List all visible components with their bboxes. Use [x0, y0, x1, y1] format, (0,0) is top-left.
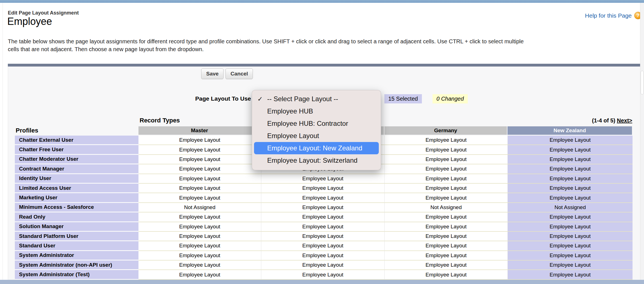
- table-row: System AdministratorEmployee LayoutEmplo…: [15, 251, 633, 261]
- layout-assignment-cell[interactable]: Employee Layout: [138, 193, 261, 203]
- record-type-column-header[interactable]: Master: [138, 126, 261, 135]
- layout-assignment-cell[interactable]: Employee Layout: [507, 193, 633, 203]
- layout-assignment-cell[interactable]: Employee Layout: [384, 222, 507, 232]
- layout-assignment-cell[interactable]: Employee Layout: [261, 261, 384, 270]
- layout-assignment-cell[interactable]: Employee Layout: [384, 232, 507, 241]
- layout-assignment-cell[interactable]: Employee Layout: [261, 241, 384, 251]
- layout-assignment-cell[interactable]: Employee Layout: [507, 232, 633, 241]
- dropdown-option-label: Employee HUB: Contractor: [267, 120, 348, 127]
- table-row: Identity UserEmployee LayoutEmployee Lay…: [15, 174, 633, 184]
- layout-assignment-cell[interactable]: Employee Layout: [138, 155, 261, 164]
- layout-assignment-cell[interactable]: Employee Layout: [138, 184, 261, 193]
- layout-assignment-cell[interactable]: Employee Layout: [507, 270, 633, 280]
- layout-assignment-cell[interactable]: Employee Layout: [261, 222, 384, 232]
- profile-cell[interactable]: System Administrator: [15, 251, 138, 261]
- selected-count-badge: 15 Selected: [384, 94, 422, 103]
- profile-cell[interactable]: Marketing User: [15, 193, 138, 203]
- description-line-2: cells that are not adjacent. Then choose…: [8, 46, 204, 53]
- layout-assignment-cell[interactable]: Employee Layout: [138, 212, 261, 222]
- layout-assignment-cell[interactable]: Employee Layout: [507, 261, 633, 270]
- layout-assignment-cell[interactable]: Employee Layout: [138, 145, 261, 155]
- dropdown-option[interactable]: ✓-- Select Page Layout --: [252, 93, 381, 105]
- profile-cell[interactable]: Contract Manager: [15, 164, 138, 174]
- layout-assignment-cell[interactable]: Employee Layout: [507, 184, 633, 193]
- layout-assignment-cell[interactable]: Employee Layout: [384, 174, 507, 184]
- layout-assignment-cell[interactable]: Employee Layout: [384, 212, 507, 222]
- layout-assignment-cell[interactable]: Employee Layout: [384, 241, 507, 251]
- profile-cell[interactable]: Standard Platform User: [15, 232, 138, 241]
- layout-assignment-cell[interactable]: Employee Layout: [384, 270, 507, 280]
- layout-assignment-cell[interactable]: Employee Layout: [138, 241, 261, 251]
- layout-assignment-cell[interactable]: Employee Layout: [384, 184, 507, 193]
- layout-assignment-cell[interactable]: Not Assigned: [138, 203, 261, 212]
- checkmark-icon: ✓: [257, 95, 263, 103]
- layout-assignment-cell[interactable]: Employee Layout: [138, 136, 261, 145]
- layout-assignment-cell[interactable]: Employee Layout: [507, 222, 633, 232]
- profile-cell[interactable]: Identity User: [15, 174, 138, 184]
- vertical-scrollbar-track[interactable]: [640, 3, 644, 280]
- layout-assignment-cell[interactable]: Employee Layout: [507, 212, 633, 222]
- layout-assignment-cell[interactable]: Employee Layout: [384, 251, 507, 261]
- layout-assignment-cell[interactable]: Employee Layout: [261, 212, 384, 222]
- layout-assignment-cell[interactable]: Employee Layout: [507, 251, 633, 261]
- layout-assignment-cell[interactable]: Employee Layout: [507, 241, 633, 251]
- profile-cell[interactable]: System Administrator (non-API user): [15, 261, 138, 270]
- layout-assignment-cell[interactable]: Employee Layout: [261, 203, 384, 212]
- profile-cell[interactable]: Standard User: [15, 241, 138, 251]
- layout-assignment-cell[interactable]: Employee Layout: [384, 164, 507, 174]
- profile-cell[interactable]: Chatter External User: [15, 136, 138, 145]
- save-button[interactable]: Save: [201, 68, 224, 79]
- dropdown-option[interactable]: Employee Layout: New Zealand: [254, 142, 379, 154]
- table-row: Limited Access UserEmployee LayoutEmploy…: [15, 184, 633, 193]
- profile-cell[interactable]: Read Only: [15, 212, 138, 222]
- layout-assignment-cell[interactable]: Employee Layout: [507, 164, 633, 174]
- layout-assignment-cell[interactable]: Employee Layout: [261, 193, 384, 203]
- profile-cell[interactable]: Chatter Moderator User: [15, 155, 138, 164]
- layout-assignment-cell[interactable]: Employee Layout: [138, 164, 261, 174]
- layout-assignment-cell[interactable]: Employee Layout: [261, 270, 384, 280]
- section-top-border: [8, 64, 644, 67]
- dropdown-option[interactable]: Employee Layout: Switzerland: [252, 154, 381, 167]
- dropdown-option-label: Employee Layout: Switzerland: [267, 157, 358, 164]
- layout-assignment-cell[interactable]: Employee Layout: [261, 174, 384, 184]
- vertical-scrollbar-thumb[interactable]: [641, 71, 644, 94]
- layout-assignment-cell[interactable]: Employee Layout: [384, 193, 507, 203]
- profile-cell[interactable]: Solution Manager: [15, 222, 138, 232]
- layout-assignment-cell[interactable]: Employee Layout: [384, 145, 507, 155]
- layout-assignment-cell[interactable]: Employee Layout: [261, 251, 384, 261]
- help-for-this-page-link[interactable]: Help for this Page: [585, 12, 632, 19]
- layout-assignment-cell[interactable]: Employee Layout: [138, 270, 261, 280]
- description-line-1: The table below shows the page layout as…: [8, 38, 524, 45]
- layout-assignment-cell[interactable]: Employee Layout: [507, 155, 633, 164]
- profile-cell[interactable]: System Administrator (Test): [15, 270, 138, 280]
- layout-assignment-cell[interactable]: Employee Layout: [507, 145, 633, 155]
- dropdown-option[interactable]: Employee Layout: [252, 130, 381, 142]
- dropdown-option[interactable]: Employee HUB: [252, 105, 381, 117]
- layout-assignment-cell[interactable]: Employee Layout: [507, 174, 633, 184]
- layout-assignment-cell[interactable]: Employee Layout: [384, 261, 507, 270]
- layout-assignment-cell[interactable]: Not Assigned: [384, 203, 507, 212]
- layout-assignment-cell[interactable]: Employee Layout: [261, 232, 384, 241]
- layout-assignment-cell[interactable]: Employee Layout: [138, 261, 261, 270]
- layout-assignment-cell[interactable]: Employee Layout: [138, 251, 261, 261]
- layout-assignment-cell[interactable]: Employee Layout: [138, 232, 261, 241]
- dropdown-option-label: Employee Layout: [267, 132, 319, 140]
- horizontal-scrollbar-strip[interactable]: [0, 280, 644, 284]
- layout-assignment-cell[interactable]: Not Assigned: [507, 203, 633, 212]
- profile-cell[interactable]: Minimum Access - Salesforce: [15, 203, 138, 212]
- layout-assignment-cell[interactable]: Employee Layout: [261, 184, 384, 193]
- help-area: Help for this Page ?: [585, 12, 642, 19]
- layout-assignment-cell[interactable]: Employee Layout: [384, 136, 507, 145]
- next-page-link[interactable]: Next>: [617, 117, 632, 124]
- layout-assignment-cell[interactable]: Employee Layout: [138, 174, 261, 184]
- table-row: Minimum Access - SalesforceNot AssignedE…: [15, 203, 633, 212]
- layout-assignment-cell[interactable]: Employee Layout: [507, 136, 633, 145]
- profile-cell[interactable]: Limited Access User: [15, 184, 138, 193]
- profile-cell[interactable]: Chatter Free User: [15, 145, 138, 155]
- record-type-column-header[interactable]: New Zealand: [507, 126, 633, 135]
- record-type-column-header[interactable]: Germany: [384, 126, 507, 135]
- cancel-button[interactable]: Cancel: [225, 68, 253, 79]
- layout-assignment-cell[interactable]: Employee Layout: [384, 155, 507, 164]
- dropdown-option[interactable]: Employee HUB: Contractor: [252, 117, 381, 130]
- layout-assignment-cell[interactable]: Employee Layout: [138, 222, 261, 232]
